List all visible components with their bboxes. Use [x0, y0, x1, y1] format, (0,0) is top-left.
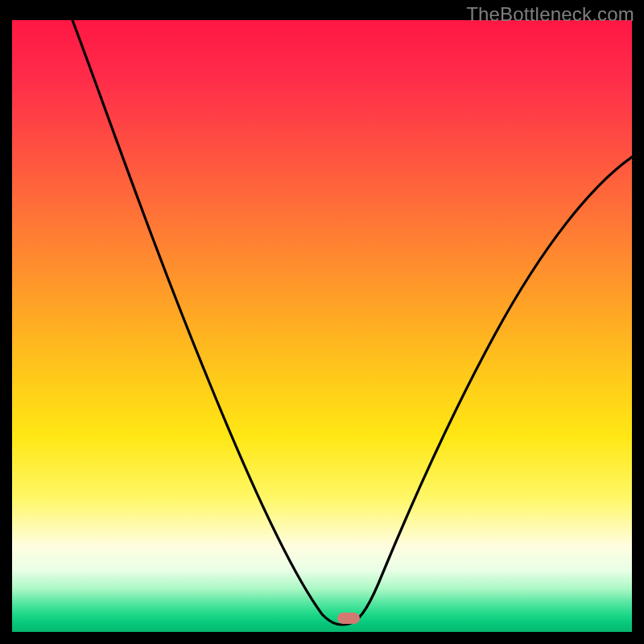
optimum-marker — [337, 613, 360, 624]
curve-svg — [12, 20, 632, 632]
watermark-text: TheBottleneck.com — [466, 3, 634, 26]
stage: TheBottleneck.com — [0, 0, 644, 644]
plot-area — [12, 20, 632, 632]
bottleneck-curve — [72, 20, 632, 625]
